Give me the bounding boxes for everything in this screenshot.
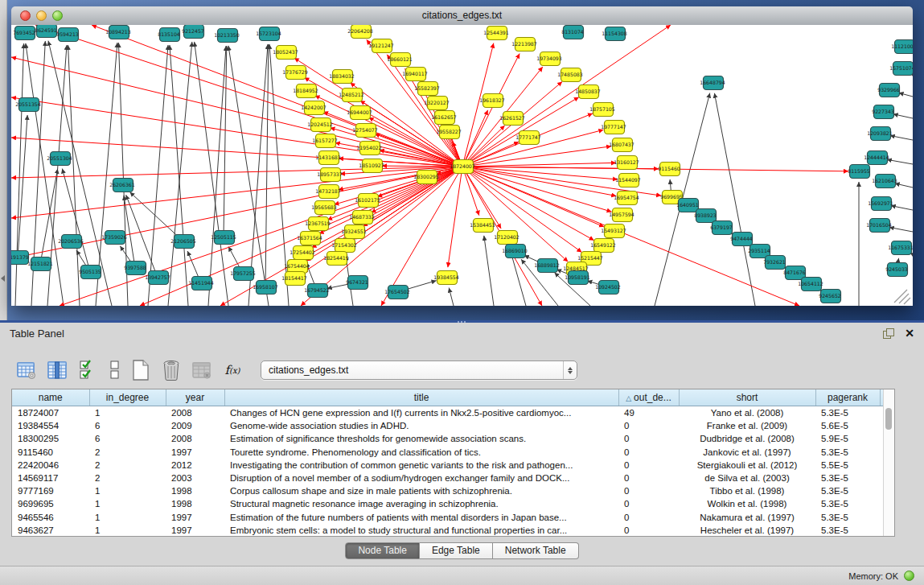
table-cell[interactable]: 0	[618, 511, 679, 524]
table-cell[interactable]: Changes of HCN gene expression and I(f) …	[224, 406, 618, 420]
graph-node[interactable]: 16648794	[700, 76, 725, 90]
graph-node[interactable]: 9245033	[885, 263, 908, 277]
graph-edge[interactable]	[35, 25, 462, 167]
graph-edge[interactable]	[11, 57, 462, 167]
column-header-name[interactable]: name	[12, 389, 89, 406]
table-cell[interactable]: Embryonic stem cells: a model to study s…	[224, 524, 618, 537]
graph-node[interactable]: 16940117	[402, 68, 428, 81]
graph-node[interactable]: 7932621	[763, 256, 786, 270]
graph-node[interactable]: 11431683	[315, 151, 341, 165]
graph-node[interactable]: 16261527	[499, 112, 525, 126]
column-header-pagerank[interactable]: pagerank	[815, 389, 880, 406]
table-cell[interactable]: 1	[89, 484, 166, 497]
graph-node[interactable]: 14850837	[575, 85, 601, 99]
table-cell[interactable]: Stergiakouli et al. (2012)	[679, 459, 815, 472]
close-panel-icon[interactable]: ✕	[905, 328, 914, 339]
graph-node[interactable]: 18184952	[293, 84, 318, 98]
table-cell[interactable]: 9465546	[12, 511, 89, 524]
graph-edge[interactable]	[891, 206, 913, 210]
graph-node[interactable]: 20206536	[58, 235, 84, 249]
table-cell[interactable]: 6	[89, 419, 166, 432]
table-cell[interactable]: Estimation of significance thresholds fo…	[224, 432, 618, 445]
table-cell[interactable]: 1	[89, 406, 166, 420]
table-cell[interactable]: 5.3E-5	[815, 497, 880, 510]
table-cell[interactable]: 5.3E-5	[815, 484, 880, 497]
graph-edge[interactable]	[462, 167, 848, 171]
graph-node[interactable]: 11954022	[356, 142, 382, 155]
graph-node[interactable]: 12485212	[339, 89, 364, 102]
table-cell[interactable]: Dudbridge et al. (2008)	[679, 432, 815, 445]
graph-node[interactable]: 19734093	[536, 52, 562, 66]
graph-node[interactable]: 16102175	[355, 194, 380, 208]
table-cell[interactable]: 5.9E-5	[815, 432, 880, 445]
table-cell[interactable]: 0	[618, 484, 679, 497]
table-cell[interactable]: 2003	[166, 472, 224, 484]
table-cell[interactable]: Investigating the contribution of common…	[224, 459, 618, 472]
table-cell[interactable]: Jankovic et al. (1997)	[679, 446, 815, 459]
table-row[interactable]: 911546021997Tourette syndrome. Phenomeno…	[12, 446, 885, 459]
graph-edge[interactable]	[484, 236, 494, 306]
table-cell[interactable]: 2009	[166, 419, 224, 432]
table-row[interactable]: 969969511998Structural magnetic resonanc…	[12, 497, 885, 510]
column-header-in-degree[interactable]: in_degree	[89, 389, 166, 406]
graph-node[interactable]: 10958191	[565, 271, 590, 285]
table-cell[interactable]: 2	[89, 459, 166, 472]
table-cell[interactable]: Wolkin et al. (1998)	[679, 497, 815, 510]
graph-node[interactable]: 16210643	[872, 175, 897, 188]
graph-node[interactable]: 18834032	[329, 70, 355, 84]
graph-edge[interactable]	[890, 135, 913, 140]
table-cell[interactable]: 5.3E-5	[815, 406, 880, 420]
graph-node[interactable]: 15384453	[470, 219, 495, 233]
graph-node[interactable]: 22064208	[347, 25, 373, 39]
table-cell[interactable]: 2008	[166, 432, 224, 445]
table-cell[interactable]: 18724007	[12, 406, 89, 420]
table-cell[interactable]: Genome-wide association studies in ADHD.	[224, 419, 618, 432]
graph-node[interactable]: 20551304	[47, 152, 72, 166]
select-all-icon[interactable]	[77, 360, 98, 381]
float-panel-icon[interactable]	[883, 328, 894, 339]
table-cell[interactable]: Structural magnetic resonance image aver…	[224, 497, 618, 510]
table-cell[interactable]: 1	[89, 497, 166, 510]
delete-table-icon[interactable]	[191, 360, 212, 381]
graph-node[interactable]: 16807437	[609, 138, 634, 152]
table-cell[interactable]: 1997	[166, 511, 224, 524]
graph-node[interactable]: 8131074	[561, 26, 584, 39]
graph-node[interactable]: 20551354	[15, 98, 41, 112]
graph-node[interactable]: 18660121	[387, 53, 413, 67]
table-cell[interactable]: 0	[618, 472, 679, 484]
network-canvas[interactable]: 1872400718052437173767291818495214242007…	[11, 25, 913, 306]
graph-node[interactable]: 17359026	[101, 231, 127, 245]
table-cell[interactable]: 2012	[166, 459, 224, 472]
table-cell[interactable]: 9777169	[12, 484, 89, 497]
graph-node[interactable]: 18154417	[281, 272, 307, 286]
graph-node[interactable]: 16944007	[347, 106, 372, 120]
table-cell[interactable]: 1997	[166, 446, 224, 459]
function-builder-icon[interactable]: f(x)	[222, 360, 243, 381]
column-header-title[interactable]: title	[224, 389, 618, 406]
graph-node[interactable]: 12213987	[511, 38, 537, 51]
delete-rows-icon[interactable]	[161, 360, 182, 381]
scrollbar-thumb[interactable]	[885, 408, 892, 430]
table-cell[interactable]: 0	[618, 419, 679, 432]
table-cell[interactable]: 1998	[166, 497, 224, 510]
graph-node[interactable]: 17485083	[557, 68, 583, 82]
table-cell[interactable]: 5.3E-5	[815, 472, 880, 484]
graph-node[interactable]: 18957337	[317, 168, 343, 182]
graph-node[interactable]: 13160127	[614, 156, 639, 170]
graph-edge[interactable]	[62, 169, 90, 272]
graph-node[interactable]: 16549122	[590, 239, 616, 253]
graph-node[interactable]: 11544097	[615, 174, 641, 187]
table-cell[interactable]: Yano et al. (2008)	[679, 406, 815, 420]
graph-node[interactable]: 16371564	[297, 232, 322, 245]
network-window-titlebar[interactable]: citations_edges.txt	[11, 6, 913, 26]
graph-node[interactable]: 15582397	[414, 82, 440, 96]
graph-node[interactable]: 18052437	[273, 46, 298, 60]
graph-node[interactable]: 17254402	[290, 246, 315, 260]
graph-node[interactable]: 21206505	[170, 235, 196, 249]
table-cell[interactable]: 9463627	[12, 524, 89, 537]
graph-node[interactable]: 19558227	[436, 126, 462, 139]
graph-node[interactable]: 19618327	[479, 94, 505, 108]
graph-node[interactable]: 18757105	[589, 103, 615, 117]
graph-edge[interactable]	[11, 167, 462, 218]
column-header-short[interactable]: short	[679, 389, 815, 406]
